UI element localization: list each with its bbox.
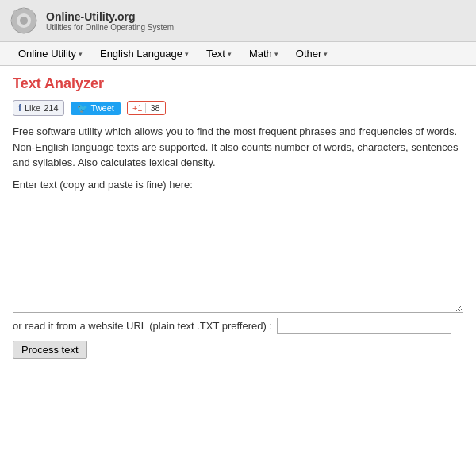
tweet-button[interactable]: 🐦 Tweet	[71, 102, 121, 115]
chevron-down-icon: ▾	[324, 50, 328, 58]
nav-item-text[interactable]: Text ▾	[198, 42, 240, 65]
facebook-like-button[interactable]: f Like 214	[13, 100, 64, 116]
main-content: Text Analyzer f Like 214 🐦 Tweet +1 38 F…	[0, 66, 476, 368]
nav-item-math[interactable]: Math ▾	[240, 42, 287, 65]
page-title: Text Analyzer	[13, 75, 463, 92]
page-description: Free software utility which allows you t…	[13, 124, 463, 171]
fb-like-count: 214	[44, 103, 58, 113]
svg-rect-3	[22, 8, 25, 12]
tweet-label: Tweet	[91, 103, 114, 113]
site-header: Online-Utility.org Utilities for Online …	[0, 0, 476, 42]
svg-rect-5	[11, 19, 15, 22]
gplus-label: +1	[132, 103, 143, 113]
chevron-down-icon: ▾	[79, 50, 83, 58]
twitter-icon: 🐦	[77, 103, 88, 114]
nav-item-other[interactable]: Other ▾	[287, 42, 337, 65]
facebook-icon: f	[18, 102, 21, 114]
site-title-block: Online-Utility.org Utilities for Online …	[46, 10, 174, 32]
gplus-count: 38	[145, 103, 159, 113]
textarea-label: Enter text (copy and paste is fine) here…	[13, 179, 463, 191]
svg-rect-6	[33, 19, 36, 22]
url-label: or read it from a website URL (plain tex…	[13, 320, 272, 332]
main-nav: Online Utility ▾ English Language ▾ Text…	[0, 42, 476, 66]
site-title: Online-Utility.org	[46, 10, 174, 23]
text-input[interactable]	[13, 194, 463, 313]
chevron-down-icon: ▾	[185, 50, 189, 58]
url-input[interactable]	[277, 318, 451, 334]
site-logo	[10, 6, 38, 35]
url-row: or read it from a website URL (plain tex…	[13, 318, 463, 334]
chevron-down-icon: ▾	[228, 50, 232, 58]
social-buttons-row: f Like 214 🐦 Tweet +1 38	[13, 100, 463, 116]
nav-item-english-language[interactable]: English Language ▾	[91, 42, 198, 65]
svg-rect-4	[22, 29, 25, 33]
fb-like-label: Like	[25, 103, 40, 113]
svg-point-2	[20, 17, 28, 25]
google-plus-button[interactable]: +1 38	[127, 101, 166, 115]
gear-icon	[10, 6, 38, 35]
chevron-down-icon: ▾	[274, 50, 278, 58]
nav-item-online-utility[interactable]: Online Utility ▾	[10, 42, 91, 65]
site-subtitle: Utilities for Online Operating System	[46, 23, 174, 32]
process-text-button[interactable]: Process text	[13, 341, 87, 359]
